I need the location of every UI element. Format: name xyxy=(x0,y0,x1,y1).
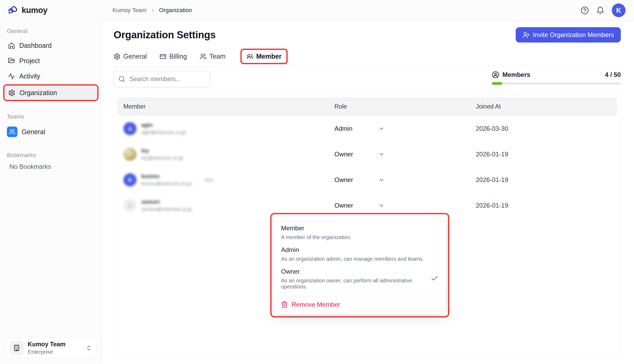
sidebar-item-label: Dashboard xyxy=(19,42,52,49)
breadcrumb: Kumoy Team Organization xyxy=(102,7,192,14)
role-value: Owner xyxy=(334,151,378,158)
column-header-joined: Joined At xyxy=(476,103,617,110)
team-item-label: General xyxy=(22,128,45,136)
help-icon[interactable] xyxy=(581,6,589,15)
column-header-role: Role xyxy=(334,103,476,110)
chevron-down-icon xyxy=(378,151,385,157)
cloud-logo-icon xyxy=(7,5,19,15)
gear-icon xyxy=(8,89,15,96)
topbar-actions: K xyxy=(581,3,634,17)
trash-icon xyxy=(281,301,288,308)
page-title: Organization Settings xyxy=(114,29,216,41)
team-switcher-plan: Enterprise xyxy=(28,349,66,355)
home-icon xyxy=(8,42,15,49)
sidebar-item-dashboard[interactable]: Dashboard xyxy=(4,38,97,53)
role-option-member[interactable]: Member A member of the organization. xyxy=(281,222,439,243)
remove-member-label: Remove Member xyxy=(292,301,340,308)
team-users-icon xyxy=(7,127,17,137)
users-icon xyxy=(246,53,253,60)
users-icon xyxy=(200,53,207,60)
joined-date: 2026-01-19 xyxy=(476,202,617,209)
member-avatar xyxy=(123,148,137,161)
role-select[interactable]: Owner xyxy=(334,202,476,209)
annotation-box-role-menu: Member A member of the organization. Adm… xyxy=(270,213,449,318)
top-bar: kumoy Kumoy Team Organization K xyxy=(0,0,634,21)
logo-text: kumoy xyxy=(22,6,47,15)
joined-date: 2026-01-19 xyxy=(476,176,617,184)
app-logo[interactable]: kumoy xyxy=(0,5,102,15)
user-avatar[interactable]: K xyxy=(612,3,626,17)
tab-team[interactable]: Team xyxy=(200,53,226,60)
member-avatar: u xyxy=(123,199,137,212)
remove-member-button[interactable]: Remove Member xyxy=(281,296,439,310)
tab-label: Billing xyxy=(169,53,187,60)
member-email: ley@mierune.co.jp xyxy=(141,155,183,161)
role-option-title: Admin xyxy=(281,246,439,254)
members-counter: Members 4 / 50 xyxy=(492,71,621,85)
role-value: Admin xyxy=(334,125,378,132)
role-option-description: As an organization admin, can manage mem… xyxy=(281,256,439,262)
table-row: a agin agin@mierune.co.jp Admin 2026-03-… xyxy=(117,116,617,141)
members-progress-track xyxy=(492,82,621,85)
tab-label: General xyxy=(123,53,147,60)
table-header: Member Role Joined At xyxy=(117,97,617,116)
sidebar-item-project[interactable]: Project xyxy=(4,53,97,68)
sidebar-item-team-general[interactable]: General xyxy=(4,123,97,140)
gear-icon xyxy=(114,53,120,60)
joined-date: 2026-03-30 xyxy=(476,125,617,132)
folder-icon xyxy=(8,57,15,64)
bookmarks-empty-text: No Bookmarks xyxy=(10,163,97,170)
check-icon xyxy=(431,274,439,282)
role-option-title: Owner xyxy=(281,268,439,275)
tab-general[interactable]: General xyxy=(114,53,147,60)
sidebar-item-label: Activity xyxy=(19,72,40,80)
chevron-down-icon xyxy=(378,177,385,183)
column-header-member: Member xyxy=(117,103,334,110)
sidebar-section-bookmarks: Bookmarks xyxy=(7,152,97,159)
joined-date: 2026-01-19 xyxy=(476,151,617,158)
breadcrumb-parent[interactable]: Kumoy Team xyxy=(113,7,146,14)
credit-card-icon xyxy=(160,53,166,60)
members-counter-label: Members xyxy=(502,71,530,78)
chevron-down-icon xyxy=(378,202,385,209)
members-progress-fill xyxy=(492,82,502,85)
role-select[interactable]: Owner xyxy=(334,176,476,184)
role-select[interactable]: Owner xyxy=(334,151,476,158)
search-input[interactable] xyxy=(129,75,206,83)
role-option-title: Member xyxy=(281,225,439,232)
member-name: ley xyxy=(141,147,183,154)
role-value: Owner xyxy=(334,202,378,209)
sidebar: General Dashboard Project Activity Organ… xyxy=(0,21,102,364)
sidebar-item-activity[interactable]: Activity xyxy=(4,68,97,84)
bell-icon[interactable] xyxy=(596,6,604,15)
tab-label: Member xyxy=(256,53,282,60)
user-plus-icon xyxy=(523,31,530,39)
chevrons-up-down-icon xyxy=(86,345,92,351)
member-search xyxy=(114,71,210,87)
role-option-description: A member of the organization. xyxy=(281,234,439,240)
role-dropdown-menu: Member A member of the organization. Adm… xyxy=(273,216,446,314)
role-option-admin[interactable]: Admin As an organization admin, can mana… xyxy=(281,243,439,265)
invite-members-button[interactable]: Invite Organization Members xyxy=(516,27,621,43)
tab-billing[interactable]: Billing xyxy=(160,53,187,60)
members-counter-value: 4 / 50 xyxy=(605,71,621,78)
role-option-owner[interactable]: Owner As an organization owner, can perf… xyxy=(281,265,439,293)
you-badge: You xyxy=(204,177,213,183)
member-name: uemori xyxy=(141,199,192,205)
tab-member[interactable]: Member xyxy=(240,49,288,64)
role-value: Owner xyxy=(334,176,378,184)
main-content: Organization Settings Invite Organizatio… xyxy=(102,21,634,364)
member-email: kumou@mierune.co.jp xyxy=(141,181,192,186)
building-icon xyxy=(10,341,24,355)
role-select[interactable]: Admin xyxy=(334,125,476,132)
tab-label: Team xyxy=(209,53,226,60)
chevron-down-icon xyxy=(378,125,385,132)
team-switcher[interactable]: Kumoy Team Enterprise xyxy=(5,338,96,358)
activity-icon xyxy=(8,73,15,80)
sidebar-section-general: General xyxy=(7,28,97,35)
table-row: k kumou kumou@mierune.co.jp You Owner 20… xyxy=(117,167,617,193)
sidebar-item-organization[interactable]: Organization xyxy=(4,86,97,100)
member-name: kumou xyxy=(141,173,192,179)
member-avatar: k xyxy=(123,173,137,186)
member-email: uemori@mierune.co.jp xyxy=(141,206,192,212)
